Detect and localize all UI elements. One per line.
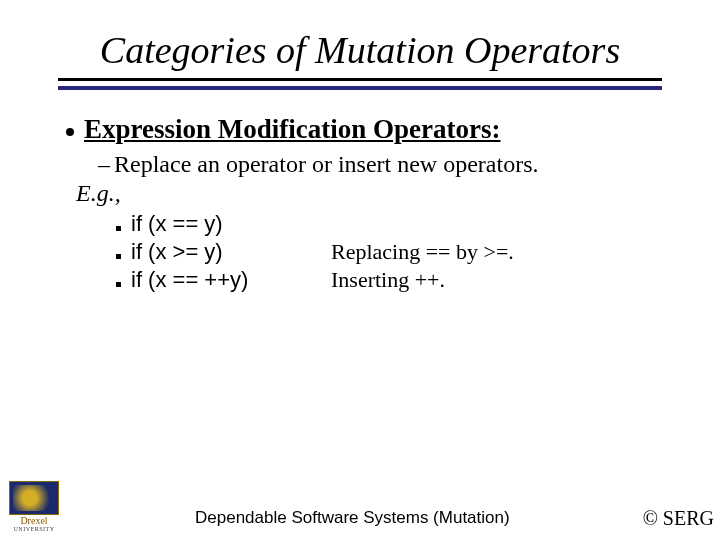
code-text: if (x >= y) [131, 239, 331, 265]
dash-icon: – [98, 151, 114, 178]
code-note: Replacing == by >=. [331, 239, 514, 265]
logo-sub: UNIVERSITY [14, 526, 55, 532]
slide-title: Categories of Mutation Operators [0, 0, 720, 78]
title-rule [0, 78, 720, 90]
slide-body: Expression Modification Operators: –Repl… [0, 90, 720, 293]
footer-copyright: © SERG [643, 507, 714, 532]
heading-text: Expression Modification Operators: [84, 114, 500, 145]
footer-center-text: Dependable Software Systems (Mutation) [62, 508, 643, 532]
logo-name: Drexel [20, 516, 47, 526]
example-row: if (x == ++y) Inserting ++. [116, 267, 662, 293]
bullet-dot-icon [66, 128, 74, 136]
code-note: Inserting ++. [331, 267, 445, 293]
bullet-level1: Expression Modification Operators: [58, 114, 662, 145]
bullet-tiny-icon [116, 226, 121, 231]
example-row: if (x == y) [116, 211, 662, 237]
example-row: if (x >= y) Replacing == by >=. [116, 239, 662, 265]
university-logo: Drexel UNIVERSITY [6, 481, 62, 532]
code-text: if (x == y) [131, 211, 331, 237]
code-examples: if (x == y) if (x >= y) Replacing == by … [116, 211, 662, 293]
eg-label: E.g., [76, 180, 662, 207]
code-text: if (x == ++y) [131, 267, 331, 293]
bullet-level2: –Replace an operator or insert new opera… [98, 151, 662, 178]
sub-desc: Replace an operator or insert new operat… [114, 151, 539, 177]
slide-footer: Drexel UNIVERSITY Dependable Software Sy… [0, 481, 720, 532]
logo-icon [9, 481, 59, 515]
bullet-tiny-icon [116, 282, 121, 287]
bullet-tiny-icon [116, 254, 121, 259]
